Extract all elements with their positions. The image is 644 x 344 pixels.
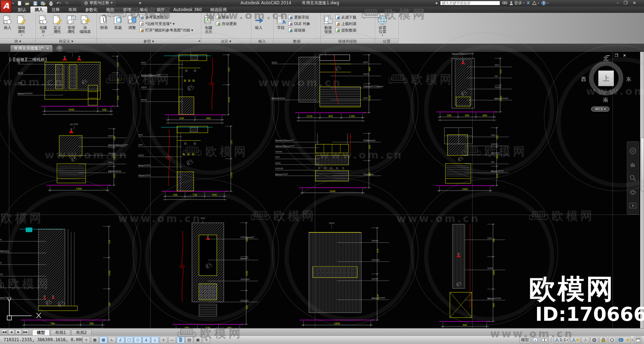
- adjust-button[interactable]: 调整: [125, 14, 139, 30]
- showmotion-icon[interactable]: [629, 203, 636, 208]
- update-fields-button[interactable]: 更新字段: [288, 15, 310, 20]
- extract-data-button[interactable]: 提取数据: [335, 28, 356, 33]
- object-snap-toggle[interactable]: □: [125, 336, 133, 343]
- status-overflow-icon[interactable]: ▾: [631, 339, 633, 341]
- navigation-bar[interactable]: [627, 141, 639, 215]
- viewcube[interactable]: 北 南 西 东 上: [586, 58, 628, 105]
- panel-title-location[interactable]: 位置: [375, 38, 398, 44]
- infer-constraints-toggle[interactable]: +: [82, 336, 90, 343]
- upload-to-source-button[interactable]: 上载到源: [335, 21, 356, 26]
- annotation-visibility-button[interactable]: 人: [570, 336, 580, 343]
- clip-button[interactable]: 剪裁: [111, 14, 125, 30]
- minimize-button[interactable]: –: [616, 0, 619, 5]
- underlay-layers-button[interactable]: 参考底图图层: [139, 15, 193, 20]
- plot-icon[interactable]: [48, 1, 54, 6]
- open-file-icon[interactable]: [24, 1, 30, 6]
- workspace-switching-button[interactable]: [590, 336, 598, 343]
- viewcube-top-face[interactable]: 上: [598, 70, 614, 86]
- snap-to-underlay-button[interactable]: 打开"捕捉到参考底图"功能 ▾: [139, 28, 193, 33]
- save-as-icon[interactable]: [40, 1, 46, 6]
- import-button[interactable]: 输入: [252, 14, 265, 30]
- insert-block-button[interactable]: 插入: [1, 14, 14, 30]
- panel-title-linking-extraction[interactable]: 链接和提取: [321, 38, 375, 44]
- ribbon-tab-annotate[interactable]: 注释: [47, 6, 64, 13]
- search-icon[interactable]: [502, 1, 507, 5]
- document-tab-close-icon[interactable]: ✕: [46, 46, 49, 50]
- ole-object-button[interactable]: OLE 对象: [288, 21, 310, 26]
- communication-center-icon[interactable]: ▾: [532, 1, 539, 5]
- panel-title-import[interactable]: 输入: [251, 38, 273, 44]
- polar-tracking-toggle[interactable]: ∠: [117, 336, 125, 343]
- new-file-icon[interactable]: [16, 1, 23, 6]
- ribbon-tab-autodesk-360[interactable]: Autodesk 360: [169, 6, 206, 13]
- ribbon-tab-plugins[interactable]: 插件: [152, 6, 169, 13]
- annotation-monitor-toggle[interactable]: +: [203, 336, 210, 343]
- ortho-mode-toggle[interactable]: ∟: [108, 336, 116, 343]
- maximize-button[interactable]: ❐: [624, 0, 628, 5]
- redo-icon[interactable]: ↷: [64, 1, 70, 6]
- drawing-minimize-button[interactable]: —: [606, 53, 610, 58]
- undo-icon[interactable]: ↶▾: [56, 1, 62, 6]
- previous-tab-button[interactable]: ◀: [8, 329, 14, 335]
- panel-title-data[interactable]: 数据: [273, 38, 320, 44]
- next-tab-button[interactable]: ▶: [15, 329, 21, 335]
- hardware-acceleration-button[interactable]: [617, 336, 630, 343]
- quick-view-drawings-button[interactable]: [540, 336, 549, 343]
- create-point-cloud-button[interactable]: 创建点云: [202, 14, 215, 34]
- viewcube-west[interactable]: 西: [581, 76, 586, 83]
- point-cloud-attach-button[interactable]: 附着: [216, 15, 237, 20]
- 3d-object-snap-toggle[interactable]: ◇: [134, 336, 142, 343]
- layout-tab-layout1[interactable]: 布局1: [50, 329, 70, 336]
- isolate-objects-button[interactable]: [608, 336, 616, 343]
- vertical-scrollbar[interactable]: [640, 52, 644, 328]
- drawing-close-button[interactable]: ✕: [623, 53, 626, 58]
- ribbon-tab-featured-apps[interactable]: 精选应用: [206, 6, 231, 13]
- ribbon-tab-output[interactable]: 输出: [136, 6, 152, 13]
- frame-options-button[interactable]: *边框可变选项* ▾: [139, 21, 193, 26]
- download-from-source-button[interactable]: 从源下载: [335, 15, 356, 20]
- save-icon[interactable]: [32, 1, 38, 6]
- annotation-scale-button[interactable]: 人1:1▾: [553, 336, 569, 343]
- data-link-button[interactable]: 数据链接: [321, 14, 335, 34]
- toolbar-lock-button[interactable]: [599, 336, 607, 343]
- lineweight-toggle[interactable]: —: [168, 336, 176, 343]
- ribbon-tab-insert[interactable]: 插入: [30, 6, 47, 13]
- close-button[interactable]: ✕: [633, 0, 636, 5]
- dynamic-ucs-toggle[interactable]: ⊥: [151, 336, 159, 343]
- qat-overflow-icon[interactable]: ▼: [139, 1, 141, 5]
- clean-screen-button[interactable]: [634, 336, 642, 343]
- auto-update-button[interactable]: 自动更新: [216, 21, 237, 26]
- manage-attributes-button[interactable]: 管理属性: [64, 14, 78, 34]
- transparency-toggle[interactable]: ▒: [177, 336, 185, 343]
- snap-mode-toggle[interactable]: ▦: [91, 336, 99, 343]
- viewcube-south[interactable]: 南: [603, 97, 608, 103]
- viewport-controls-label[interactable]: [-][俯视][二维线框]: [9, 57, 47, 63]
- first-tab-button[interactable]: ◀◀: [1, 329, 7, 335]
- panel-title-block[interactable]: 块 ▾: [0, 38, 35, 44]
- quick-view-layouts-button[interactable]: [531, 336, 539, 343]
- ribbon-tab-parametric[interactable]: 参数化: [81, 6, 102, 13]
- help-icon[interactable]: ?▾: [541, 1, 548, 5]
- navigation-wheel-icon[interactable]: [629, 147, 636, 154]
- model-space-button[interactable]: 模型: [519, 336, 530, 343]
- layout-tab-layout2[interactable]: 布局2: [71, 329, 91, 336]
- panel-title-point-cloud[interactable]: 点云 ▾: [201, 38, 251, 44]
- field-button[interactable]: A字段: [274, 14, 288, 30]
- new-drawing-tab-button[interactable]: +: [57, 45, 63, 51]
- zoom-icon[interactable]: [629, 175, 636, 182]
- panel-title-reference[interactable]: 参照 ▾◢: [97, 38, 201, 44]
- ribbon-tab-manage[interactable]: 管理: [119, 6, 136, 13]
- quick-properties-toggle[interactable]: ▤: [185, 336, 193, 343]
- drawing-canvas[interactable]: ?????? ????111111????50mm???????24405005…: [0, 52, 644, 328]
- layout-tab-model[interactable]: 模型: [32, 329, 50, 336]
- auto-annotation-button[interactable]: 人: [581, 336, 589, 343]
- ribbon-tab-layout[interactable]: 布局: [64, 6, 81, 13]
- set-location-button[interactable]: 设置位置▾: [376, 14, 389, 38]
- dynamic-input-toggle[interactable]: +: [160, 336, 167, 343]
- document-tab[interactable]: 常用玄关图集1* ✕: [10, 45, 53, 52]
- drawing-restore-button[interactable]: ❐: [615, 53, 618, 58]
- viewcube-east[interactable]: 东: [626, 76, 631, 83]
- search-input[interactable]: [440, 1, 500, 5]
- orbit-icon[interactable]: [629, 189, 636, 196]
- infocenter-collapse-icon[interactable]: ▶: [436, 1, 438, 5]
